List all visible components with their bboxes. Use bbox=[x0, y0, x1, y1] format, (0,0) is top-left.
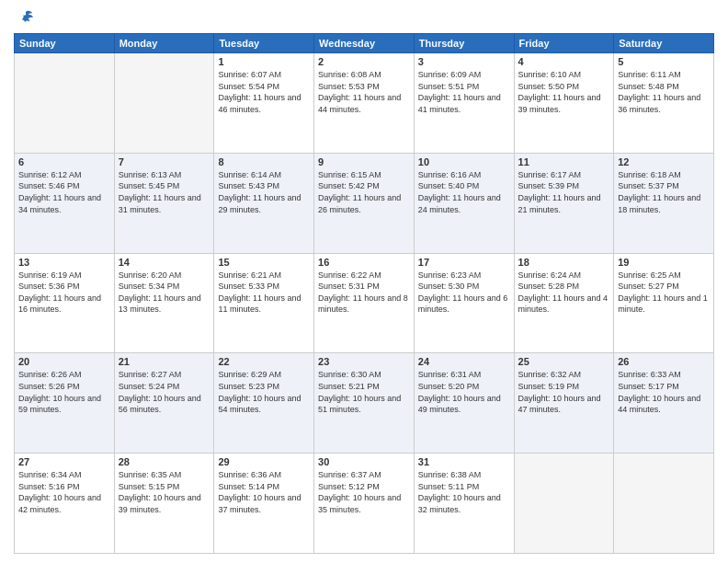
day-info: Sunrise: 6:23 AM Sunset: 5:30 PM Dayligh… bbox=[418, 270, 510, 316]
logo bbox=[14, 9, 36, 26]
calendar-week-3: 13Sunrise: 6:19 AM Sunset: 5:36 PM Dayli… bbox=[15, 253, 714, 353]
day-number: 6 bbox=[18, 156, 110, 167]
calendar-cell: 16Sunrise: 6:22 AM Sunset: 5:31 PM Dayli… bbox=[314, 253, 415, 353]
day-number: 26 bbox=[618, 356, 710, 367]
calendar-cell: 7Sunrise: 6:13 AM Sunset: 5:45 PM Daylig… bbox=[114, 153, 214, 253]
day-info: Sunrise: 6:25 AM Sunset: 5:27 PM Dayligh… bbox=[618, 270, 710, 316]
calendar-cell: 29Sunrise: 6:36 AM Sunset: 5:14 PM Dayli… bbox=[214, 454, 314, 554]
day-info: Sunrise: 6:18 AM Sunset: 5:37 PM Dayligh… bbox=[618, 169, 710, 215]
day-info: Sunrise: 6:14 AM Sunset: 5:43 PM Dayligh… bbox=[218, 169, 310, 215]
calendar-cell: 25Sunrise: 6:32 AM Sunset: 5:19 PM Dayli… bbox=[514, 353, 614, 454]
day-info: Sunrise: 6:12 AM Sunset: 5:46 PM Dayligh… bbox=[18, 169, 110, 215]
day-number: 30 bbox=[318, 456, 410, 467]
day-number: 19 bbox=[618, 257, 710, 268]
calendar-week-2: 6Sunrise: 6:12 AM Sunset: 5:46 PM Daylig… bbox=[15, 153, 714, 253]
day-info: Sunrise: 6:21 AM Sunset: 5:33 PM Dayligh… bbox=[218, 270, 310, 316]
calendar-cell bbox=[614, 454, 714, 554]
calendar-cell bbox=[114, 53, 214, 154]
calendar-week-5: 27Sunrise: 6:34 AM Sunset: 5:16 PM Dayli… bbox=[15, 454, 714, 554]
calendar-table: SundayMondayTuesdayWednesdayThursdayFrid… bbox=[14, 33, 714, 554]
day-number: 2 bbox=[318, 56, 410, 67]
calendar-cell: 10Sunrise: 6:16 AM Sunset: 5:40 PM Dayli… bbox=[414, 153, 514, 253]
calendar-cell: 24Sunrise: 6:31 AM Sunset: 5:20 PM Dayli… bbox=[414, 353, 514, 454]
col-header-tuesday: Tuesday bbox=[214, 34, 314, 53]
day-number: 7 bbox=[119, 156, 210, 167]
day-info: Sunrise: 6:11 AM Sunset: 5:48 PM Dayligh… bbox=[618, 69, 710, 115]
calendar-cell: 18Sunrise: 6:24 AM Sunset: 5:28 PM Dayli… bbox=[514, 253, 614, 353]
calendar-cell bbox=[514, 454, 614, 554]
day-info: Sunrise: 6:20 AM Sunset: 5:34 PM Dayligh… bbox=[119, 270, 210, 316]
day-info: Sunrise: 6:17 AM Sunset: 5:39 PM Dayligh… bbox=[518, 169, 610, 215]
col-header-friday: Friday bbox=[514, 34, 614, 53]
day-number: 10 bbox=[418, 156, 510, 167]
day-info: Sunrise: 6:31 AM Sunset: 5:20 PM Dayligh… bbox=[418, 369, 510, 415]
day-number: 13 bbox=[18, 257, 110, 268]
day-number: 21 bbox=[119, 356, 210, 367]
day-number: 17 bbox=[418, 257, 510, 268]
day-number: 15 bbox=[218, 257, 310, 268]
calendar-cell: 27Sunrise: 6:34 AM Sunset: 5:16 PM Dayli… bbox=[15, 454, 115, 554]
calendar-cell bbox=[15, 53, 115, 154]
day-info: Sunrise: 6:38 AM Sunset: 5:11 PM Dayligh… bbox=[418, 469, 510, 515]
day-number: 23 bbox=[318, 356, 410, 367]
calendar-cell: 17Sunrise: 6:23 AM Sunset: 5:30 PM Dayli… bbox=[414, 253, 514, 353]
day-number: 14 bbox=[119, 257, 210, 268]
col-header-wednesday: Wednesday bbox=[314, 34, 415, 53]
day-info: Sunrise: 6:19 AM Sunset: 5:36 PM Dayligh… bbox=[18, 270, 110, 316]
calendar-cell: 19Sunrise: 6:25 AM Sunset: 5:27 PM Dayli… bbox=[614, 253, 714, 353]
day-number: 29 bbox=[218, 456, 310, 467]
day-number: 4 bbox=[518, 56, 610, 67]
day-number: 27 bbox=[18, 456, 110, 467]
day-info: Sunrise: 6:16 AM Sunset: 5:40 PM Dayligh… bbox=[418, 169, 510, 215]
logo-bird-icon bbox=[17, 9, 34, 26]
day-info: Sunrise: 6:09 AM Sunset: 5:51 PM Dayligh… bbox=[418, 69, 510, 115]
calendar-cell: 5Sunrise: 6:11 AM Sunset: 5:48 PM Daylig… bbox=[614, 53, 714, 154]
calendar-cell: 8Sunrise: 6:14 AM Sunset: 5:43 PM Daylig… bbox=[214, 153, 314, 253]
calendar-header-row: SundayMondayTuesdayWednesdayThursdayFrid… bbox=[15, 34, 714, 53]
day-info: Sunrise: 6:10 AM Sunset: 5:50 PM Dayligh… bbox=[518, 69, 610, 115]
calendar-cell: 21Sunrise: 6:27 AM Sunset: 5:24 PM Dayli… bbox=[114, 353, 214, 454]
col-header-monday: Monday bbox=[114, 34, 214, 53]
calendar-cell: 20Sunrise: 6:26 AM Sunset: 5:26 PM Dayli… bbox=[15, 353, 115, 454]
day-info: Sunrise: 6:29 AM Sunset: 5:23 PM Dayligh… bbox=[218, 369, 310, 415]
calendar-cell: 28Sunrise: 6:35 AM Sunset: 5:15 PM Dayli… bbox=[114, 454, 214, 554]
calendar-cell: 3Sunrise: 6:09 AM Sunset: 5:51 PM Daylig… bbox=[414, 53, 514, 154]
day-number: 8 bbox=[218, 156, 310, 167]
col-header-sunday: Sunday bbox=[15, 34, 115, 53]
calendar-cell: 15Sunrise: 6:21 AM Sunset: 5:33 PM Dayli… bbox=[214, 253, 314, 353]
day-number: 1 bbox=[218, 56, 310, 67]
day-info: Sunrise: 6:15 AM Sunset: 5:42 PM Dayligh… bbox=[318, 169, 410, 215]
logo-text bbox=[14, 9, 36, 26]
calendar-cell: 6Sunrise: 6:12 AM Sunset: 5:46 PM Daylig… bbox=[15, 153, 115, 253]
calendar-cell: 14Sunrise: 6:20 AM Sunset: 5:34 PM Dayli… bbox=[114, 253, 214, 353]
day-info: Sunrise: 6:35 AM Sunset: 5:15 PM Dayligh… bbox=[119, 469, 210, 515]
calendar-cell: 23Sunrise: 6:30 AM Sunset: 5:21 PM Dayli… bbox=[314, 353, 415, 454]
day-info: Sunrise: 6:08 AM Sunset: 5:53 PM Dayligh… bbox=[318, 69, 410, 115]
header bbox=[14, 9, 714, 26]
page: SundayMondayTuesdayWednesdayThursdayFrid… bbox=[0, 0, 728, 563]
day-number: 12 bbox=[618, 156, 710, 167]
day-info: Sunrise: 6:34 AM Sunset: 5:16 PM Dayligh… bbox=[18, 469, 110, 515]
day-number: 22 bbox=[218, 356, 310, 367]
day-info: Sunrise: 6:22 AM Sunset: 5:31 PM Dayligh… bbox=[318, 270, 410, 316]
calendar-week-1: 1Sunrise: 6:07 AM Sunset: 5:54 PM Daylig… bbox=[15, 53, 714, 154]
day-info: Sunrise: 6:30 AM Sunset: 5:21 PM Dayligh… bbox=[318, 369, 410, 415]
day-info: Sunrise: 6:26 AM Sunset: 5:26 PM Dayligh… bbox=[18, 369, 110, 415]
day-number: 3 bbox=[418, 56, 510, 67]
day-number: 5 bbox=[618, 56, 710, 67]
day-number: 28 bbox=[119, 456, 210, 467]
day-info: Sunrise: 6:33 AM Sunset: 5:17 PM Dayligh… bbox=[618, 369, 710, 415]
day-info: Sunrise: 6:32 AM Sunset: 5:19 PM Dayligh… bbox=[518, 369, 610, 415]
day-info: Sunrise: 6:37 AM Sunset: 5:12 PM Dayligh… bbox=[318, 469, 410, 515]
col-header-thursday: Thursday bbox=[414, 34, 514, 53]
col-header-saturday: Saturday bbox=[614, 34, 714, 53]
day-number: 24 bbox=[418, 356, 510, 367]
calendar-cell: 31Sunrise: 6:38 AM Sunset: 5:11 PM Dayli… bbox=[414, 454, 514, 554]
calendar-cell: 13Sunrise: 6:19 AM Sunset: 5:36 PM Dayli… bbox=[15, 253, 115, 353]
day-info: Sunrise: 6:13 AM Sunset: 5:45 PM Dayligh… bbox=[119, 169, 210, 215]
day-info: Sunrise: 6:24 AM Sunset: 5:28 PM Dayligh… bbox=[518, 270, 610, 316]
day-number: 11 bbox=[518, 156, 610, 167]
calendar-cell: 2Sunrise: 6:08 AM Sunset: 5:53 PM Daylig… bbox=[314, 53, 415, 154]
day-number: 31 bbox=[418, 456, 510, 467]
calendar-cell: 11Sunrise: 6:17 AM Sunset: 5:39 PM Dayli… bbox=[514, 153, 614, 253]
